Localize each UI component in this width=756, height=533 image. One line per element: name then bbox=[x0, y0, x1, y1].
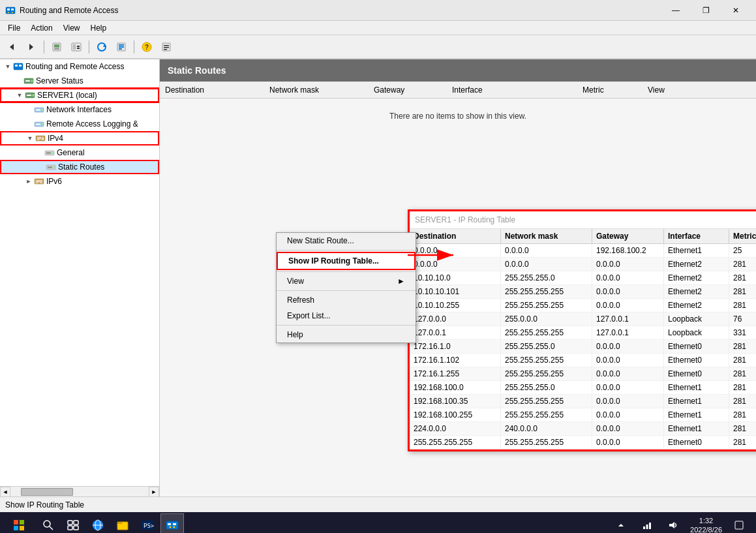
ie-button[interactable] bbox=[86, 513, 110, 533]
start-button[interactable] bbox=[3, 513, 35, 533]
rt-cell-iface: Ethernet1 bbox=[664, 244, 729, 257]
tree-label-ipv6: IPv6 bbox=[46, 177, 62, 186]
rt-cell-dest: 192.168.100.255 bbox=[410, 408, 501, 421]
rt-row: 127.0.0.0 255.0.0.0 127.0.0.1 Loopback 7… bbox=[410, 312, 756, 326]
tree-item-ipv4[interactable]: ▼ IP4 IPv4 bbox=[0, 131, 159, 145]
network-icon[interactable] bbox=[635, 513, 659, 533]
rras-taskbar-button[interactable] bbox=[160, 513, 184, 533]
scroll-left-arrow[interactable]: ◄ bbox=[0, 487, 10, 497]
svg-text:PS>: PS> bbox=[144, 523, 154, 529]
powershell-button[interactable]: PS> bbox=[136, 513, 159, 533]
svg-point-33 bbox=[33, 95, 35, 97]
tree-item-static-routes[interactable]: Static Routes bbox=[0, 160, 159, 174]
tree-item-ipv6[interactable]: ► IP6 IPv6 bbox=[0, 174, 159, 189]
general-icon bbox=[44, 147, 55, 158]
rt-cell-iface: Ethernet1 bbox=[664, 422, 729, 435]
rt-cell-dest: 172.16.1.102 bbox=[410, 354, 501, 367]
svg-rect-34 bbox=[27, 95, 31, 96]
rt-cell-mask: 255.255.255.255 bbox=[501, 285, 592, 298]
ctx-help[interactable]: Help bbox=[277, 327, 416, 343]
svg-rect-37 bbox=[36, 110, 40, 111]
network-interfaces-icon bbox=[34, 104, 44, 115]
svg-point-3 bbox=[8, 12, 9, 13]
rt-cell-gw: 127.0.0.1 bbox=[592, 326, 664, 339]
svg-point-39 bbox=[42, 123, 44, 125]
properties-button[interactable] bbox=[157, 38, 175, 55]
window-title: Routing and Remote Access bbox=[20, 6, 118, 15]
rt-cell-mask: 255.255.255.0 bbox=[501, 271, 592, 284]
rt-cell-dest: 192.168.100.0 bbox=[410, 381, 501, 394]
tree-scrollbar[interactable]: ◄ ► bbox=[0, 486, 159, 496]
ctx-view-arrow: ► bbox=[397, 277, 405, 286]
empty-message: There are no items to show in this view. bbox=[160, 99, 756, 134]
file-explorer-button[interactable] bbox=[111, 513, 134, 533]
rt-cell-dest: 127.0.0.0 bbox=[410, 312, 501, 326]
rt-rows-container: 0.0.0.0 0.0.0.0 192.168.100.2 Ethernet1 … bbox=[410, 244, 756, 449]
rt-cell-metric: 281 bbox=[729, 408, 756, 421]
expander-ipv4: ▼ bbox=[25, 133, 35, 144]
rt-cell-metric: 76 bbox=[729, 312, 756, 326]
svg-text:?: ? bbox=[145, 44, 149, 51]
menu-help[interactable]: Help bbox=[85, 22, 112, 34]
svg-rect-23 bbox=[164, 45, 169, 46]
time-display: 1:32 bbox=[690, 516, 722, 525]
rt-cell-gw: 192.168.100.2 bbox=[592, 244, 664, 257]
col-view: View bbox=[648, 85, 713, 95]
clock[interactable]: 1:32 2022/8/26 bbox=[688, 516, 725, 533]
ipv6-icon: IP6 bbox=[34, 176, 44, 187]
tree-label-general: General bbox=[57, 148, 85, 157]
ctx-sep-3 bbox=[277, 290, 416, 291]
close-button[interactable]: ✕ bbox=[721, 0, 751, 21]
rt-cell-gw: 0.0.0.0 bbox=[592, 258, 664, 271]
help-button[interactable]: ? bbox=[138, 38, 156, 55]
tray-chevron[interactable] bbox=[609, 513, 633, 533]
rt-row: 192.168.100.255 255.255.255.255 0.0.0.0 … bbox=[410, 408, 756, 422]
rt-cell-iface: Ethernet0 bbox=[664, 367, 729, 380]
ctx-new-static-route[interactable]: New Static Route... bbox=[277, 233, 416, 249]
notifications-button[interactable] bbox=[727, 513, 751, 533]
rt-cell-metric: 281 bbox=[729, 422, 756, 435]
show-hide-button[interactable] bbox=[67, 38, 85, 55]
rt-cell-metric: 281 bbox=[729, 381, 756, 394]
minimize-button[interactable]: — bbox=[661, 0, 691, 21]
scroll-right-arrow[interactable]: ► bbox=[149, 487, 159, 497]
menu-view[interactable]: View bbox=[58, 22, 85, 34]
context-menu: New Static Route... Show IP Routing Tabl… bbox=[276, 232, 416, 343]
ctx-show-ip-routing-table[interactable]: Show IP Routing Table... bbox=[277, 252, 416, 270]
expander-general bbox=[34, 147, 44, 158]
ctx-export-list[interactable]: Export List... bbox=[277, 308, 416, 324]
export-button[interactable] bbox=[112, 38, 130, 55]
svg-rect-25 bbox=[164, 49, 167, 50]
search-button[interactable] bbox=[37, 513, 60, 533]
tree-item-network-interfaces[interactable]: Network Interfaces bbox=[0, 102, 159, 117]
up-button[interactable] bbox=[48, 38, 66, 55]
back-button[interactable] bbox=[3, 38, 21, 55]
main-container: ▼ Routing and Remote Access Server bbox=[0, 59, 756, 496]
right-panel: Static Routes Destination Network mask G… bbox=[160, 59, 756, 496]
scroll-thumb[interactable] bbox=[21, 488, 73, 496]
menu-file[interactable]: File bbox=[3, 22, 25, 34]
svg-rect-61 bbox=[68, 526, 72, 530]
maximize-button[interactable]: ❐ bbox=[691, 0, 721, 21]
title-bar: Routing and Remote Access — ❐ ✕ bbox=[0, 0, 756, 21]
forward-button[interactable] bbox=[22, 38, 40, 55]
svg-marker-79 bbox=[669, 522, 674, 528]
task-view-button[interactable] bbox=[61, 513, 85, 533]
rt-row: 224.0.0.0 240.0.0.0 0.0.0.0 Ethernet1 28… bbox=[410, 422, 756, 436]
tree-item-server1[interactable]: ▼ SERVER1 (local) bbox=[0, 88, 159, 102]
rt-col-headers: Destination Network mask Gateway Interfa… bbox=[410, 229, 756, 244]
menu-action[interactable]: Action bbox=[25, 22, 57, 34]
ctx-view[interactable]: View ► bbox=[277, 273, 416, 289]
ctx-refresh[interactable]: Refresh bbox=[277, 292, 416, 308]
rt-row: 10.10.10.255 255.255.255.255 0.0.0.0 Eth… bbox=[410, 299, 756, 312]
svg-point-57 bbox=[44, 521, 50, 527]
tree-item-remote-access[interactable]: Remote Access Logging & bbox=[0, 117, 159, 131]
static-routes-headers: Destination Network mask Gateway Interfa… bbox=[160, 82, 756, 99]
tree-item-general[interactable]: General bbox=[0, 145, 159, 160]
tree-item-server-status[interactable]: Server Status bbox=[0, 74, 159, 88]
refresh-button[interactable] bbox=[93, 38, 111, 55]
tree-item-root[interactable]: ▼ Routing and Remote Access bbox=[0, 59, 159, 74]
rt-hdr-iface: Interface bbox=[664, 229, 729, 243]
app-icon bbox=[5, 5, 16, 16]
volume-icon[interactable] bbox=[661, 513, 685, 533]
